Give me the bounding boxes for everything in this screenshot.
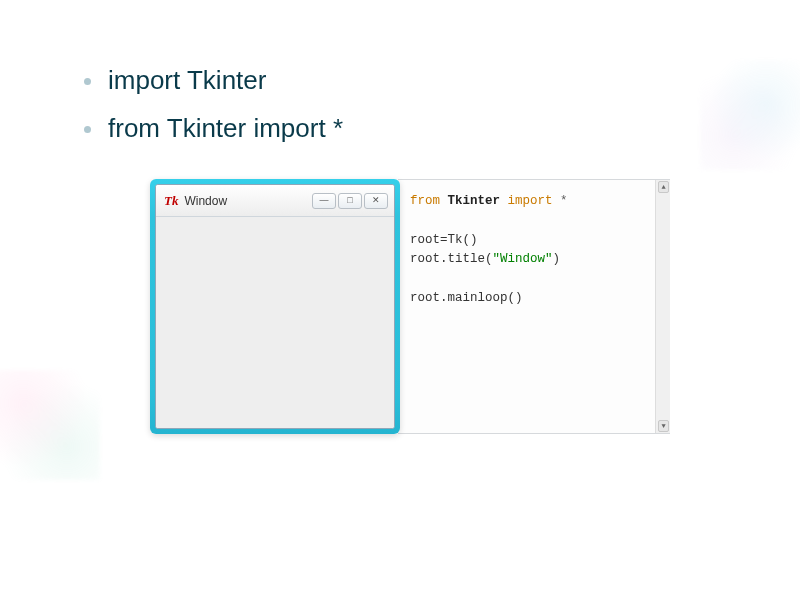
scroll-down-button[interactable]: ▼ <box>658 420 669 432</box>
module-name: Tkinter <box>448 194 501 208</box>
code-pane: from Tkinter import * root=Tk() root.tit… <box>398 179 670 434</box>
window-title: Window <box>184 194 312 208</box>
close-button[interactable]: ✕ <box>364 193 388 209</box>
bullet-item-2: from Tkinter import * <box>80 108 720 150</box>
slide: import Tkinter from Tkinter import * Tk … <box>0 0 800 600</box>
code-line-4: root.title("Window") <box>410 250 662 269</box>
code-blank-line <box>410 270 662 289</box>
tk-window-inner: Tk Window — □ ✕ <box>155 184 395 429</box>
bullet-list: import Tkinter from Tkinter import * <box>80 60 720 149</box>
string-literal: "Window" <box>493 252 553 266</box>
figure: Tk Window — □ ✕ from Tkinter import <box>150 179 670 434</box>
bullet-item-1: import Tkinter <box>80 60 720 102</box>
code-blank-line <box>410 212 662 231</box>
code-line-6: root.mainloop() <box>410 289 662 308</box>
decorative-burst-left <box>0 370 100 480</box>
tk-icon: Tk <box>164 193 178 209</box>
import-star: * <box>560 194 568 208</box>
window-controls: — □ ✕ <box>312 193 388 209</box>
keyword-import: import <box>508 194 553 208</box>
scrollbar[interactable]: ▲ ▼ <box>655 180 670 433</box>
minimize-button[interactable]: — <box>312 193 336 209</box>
code-line-4-prefix: root.title( <box>410 252 493 266</box>
tk-window-frame: Tk Window — □ ✕ <box>150 179 400 434</box>
window-body <box>156 217 394 428</box>
maximize-button[interactable]: □ <box>338 193 362 209</box>
code-line-3: root=Tk() <box>410 231 662 250</box>
code-line-1: from Tkinter import * <box>410 192 662 211</box>
titlebar[interactable]: Tk Window — □ ✕ <box>156 185 394 217</box>
scroll-up-button[interactable]: ▲ <box>658 181 669 193</box>
code-line-4-suffix: ) <box>553 252 561 266</box>
keyword-from: from <box>410 194 440 208</box>
